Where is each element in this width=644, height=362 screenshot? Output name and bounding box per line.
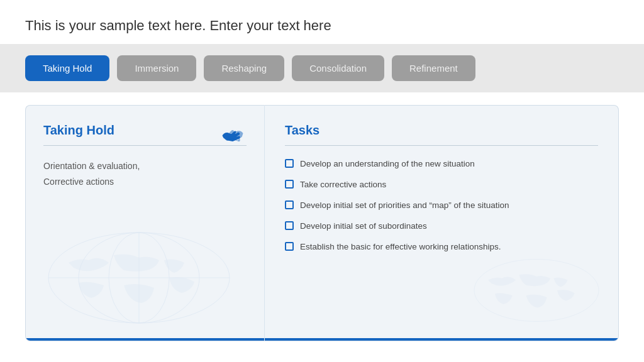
- task-item-1: Develop an understanding of the new situ…: [285, 158, 598, 170]
- left-panel: Taking Hold Orientation & evaluation, Co…: [25, 105, 264, 341]
- svg-point-1: [79, 233, 199, 323]
- task-text-5: Establish the basic for effective workin…: [300, 241, 501, 253]
- svg-point-0: [48, 233, 230, 323]
- handshake-icon: [219, 121, 247, 148]
- tab-consolidation[interactable]: Consolidation: [292, 55, 384, 81]
- checkbox-icon-5: [285, 242, 294, 251]
- task-item-5: Establish the basic for effective workin…: [285, 241, 598, 253]
- left-panel-divider: [43, 145, 247, 146]
- tasks-list: Develop an understanding of the new situ…: [285, 158, 598, 253]
- task-text-3: Develop initial set of priorities and “m…: [300, 200, 509, 212]
- right-panel-map-watermark: [467, 246, 606, 334]
- tab-immersion[interactable]: Immersion: [117, 55, 196, 81]
- world-map-watermark: [38, 228, 240, 328]
- checkbox-icon-3: [285, 200, 294, 209]
- tabs-bar: Taking Hold Immersion Reshaping Consolid…: [0, 44, 644, 92]
- right-panel-divider: [285, 145, 598, 146]
- task-text-1: Develop an understanding of the new situ…: [300, 158, 475, 170]
- left-panel-line1: Orientation & evaluation,: [43, 158, 247, 174]
- svg-point-2: [109, 233, 169, 323]
- task-item-3: Develop initial set of priorities and “m…: [285, 200, 598, 212]
- tab-taking-hold[interactable]: Taking Hold: [25, 55, 109, 81]
- task-text-2: Take corrective actions: [300, 179, 386, 191]
- checkbox-icon-4: [285, 221, 294, 230]
- task-item-2: Take corrective actions: [285, 179, 598, 191]
- main-content: Taking Hold Orientation & evaluation, Co…: [0, 92, 644, 354]
- left-panel-title: Taking Hold: [43, 123, 247, 138]
- svg-point-5: [474, 260, 599, 322]
- header-sample-text: This is your sample text here. Enter you…: [0, 0, 644, 44]
- page-container: This is your sample text here. Enter you…: [0, 0, 644, 362]
- left-panel-line2: Corrective actions: [43, 174, 247, 190]
- task-text-4: Develop initial set of subordinates: [300, 221, 427, 233]
- right-panel-title: Tasks: [285, 123, 598, 138]
- right-panel: Tasks Develop an understanding of the ne…: [264, 105, 619, 341]
- tab-refinement[interactable]: Refinement: [392, 55, 475, 81]
- checkbox-icon-1: [285, 159, 294, 168]
- tab-reshaping[interactable]: Reshaping: [204, 55, 284, 81]
- checkbox-icon-2: [285, 180, 294, 189]
- left-panel-body: Orientation & evaluation, Corrective act…: [43, 158, 247, 190]
- task-item-4: Develop initial set of subordinates: [285, 221, 598, 233]
